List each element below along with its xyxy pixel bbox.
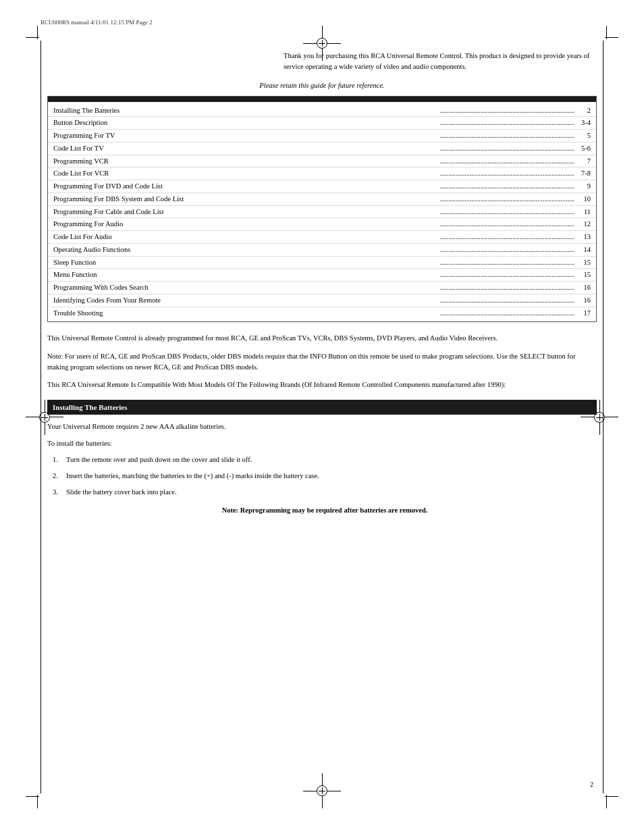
toc-page: 16 (577, 282, 591, 293)
toc-row: Menu Function...........................… (48, 269, 596, 282)
battery-note-text: Note: Reprogramming may be required afte… (222, 506, 428, 514)
toc-dots: ........................................… (314, 269, 577, 280)
toc-page: 5 (577, 130, 591, 141)
toc-row: Programming For TV......................… (48, 130, 596, 142)
toc-title: Button Description (53, 118, 314, 128)
step-number: 3. (53, 487, 63, 498)
toc-page: 5-6 (577, 143, 591, 154)
toc-page: 7 (577, 156, 591, 167)
toc-dots: ........................................… (314, 118, 577, 128)
toc-page: 15 (577, 269, 591, 280)
body-paragraph2: Note: For users of RCA, GE and ProScan D… (47, 351, 597, 373)
toc-dots: ........................................… (314, 143, 577, 154)
toc-title: Trouble Shooting (53, 308, 314, 319)
toc-row: Trouble Shooting........................… (48, 307, 596, 319)
toc-body: Installing The Batteries................… (48, 102, 596, 322)
toc-dots: ........................................… (314, 308, 577, 319)
toc-title: Identifying Codes From Your Remote (53, 295, 314, 306)
battery-section-header: Installing The Batteries (47, 400, 597, 415)
intro-section: Thank you for purchasing this RCA Univer… (284, 51, 597, 72)
toc-row: Code List For Audio.....................… (48, 231, 596, 244)
toc-page: 10 (577, 194, 591, 205)
page-number: 2 (590, 781, 593, 788)
toc-dots: ........................................… (314, 156, 577, 167)
toc-dots: ........................................… (314, 244, 577, 255)
body-paragraph1: This Universal Remote Control is already… (47, 333, 597, 344)
toc-page: 15 (577, 257, 591, 268)
crop-mark (605, 37, 618, 38)
toc-dots: ........................................… (314, 168, 577, 179)
toc-dots: ........................................… (314, 105, 577, 116)
toc-dots: ........................................… (314, 130, 577, 141)
toc-title: Sleep Function (53, 257, 314, 268)
toc-row: Programming For Audio...................… (48, 218, 596, 231)
toc-title: Programming For DVD and Code List (53, 181, 314, 192)
toc-row: Programming With Codes Search...........… (48, 282, 596, 294)
toc-row: Identifying Codes From Your Remote......… (48, 294, 596, 307)
battery-note: Note: Reprogramming may be required afte… (53, 505, 597, 516)
step-text: Turn the remote over and push down on th… (66, 454, 597, 465)
crop-mark (606, 26, 607, 39)
toc-title: Code List For Audio (53, 232, 314, 242)
toc-dots: ........................................… (314, 219, 577, 230)
toc-page: 16 (577, 295, 591, 306)
battery-step: 1.Turn the remote over and push down on … (53, 454, 597, 465)
toc-row: Sleep Function..........................… (48, 257, 596, 269)
page-container: RCU600RS manual 4/11/01 12:15 PM Page 2 … (0, 0, 644, 834)
step-number: 1. (53, 454, 63, 465)
crop-mark (37, 26, 38, 39)
battery-steps: 1.Turn the remote over and push down on … (53, 454, 597, 498)
step-text: Slide the battery cover back into place. (66, 487, 597, 498)
body-paragraph3: This RCA Universal Remote Is Compatible … (47, 380, 597, 390)
retain-text: Please retain this guide for future refe… (47, 82, 597, 89)
toc-page: 11 (577, 207, 591, 217)
crop-mark (605, 796, 618, 797)
toc-title: Programming For Cable and Code List (53, 207, 314, 217)
toc-title: Operating Audio Functions (53, 244, 314, 255)
toc-page: 2 (577, 105, 591, 116)
retain-label: Please retain this guide for future refe… (259, 82, 384, 89)
toc-row: Code List For VCR.......................… (48, 167, 596, 180)
toc-dots: ........................................… (314, 207, 577, 217)
toc-dots: ........................................… (314, 295, 577, 306)
toc-title: Code List For TV (53, 143, 314, 154)
toc-dots: ........................................… (314, 181, 577, 192)
toc-title: Programming For Audio (53, 219, 314, 230)
battery-section-header-label: Installing The Batteries (53, 403, 127, 411)
toc-page: 12 (577, 219, 591, 230)
battery-intro: Your Universal Remote requires 2 new AAA… (47, 421, 597, 432)
intro-paragraph1: Thank you for purchasing this RCA Univer… (284, 51, 597, 72)
toc-dots: ........................................… (314, 257, 577, 268)
toc-title: Menu Function (53, 269, 314, 280)
crop-mark (606, 795, 607, 808)
header-bar: RCU600RS manual 4/11/01 12:15 PM Page 2 (41, 19, 603, 26)
toc-title: Code List For VCR (53, 168, 314, 179)
step-number: 2. (53, 471, 63, 481)
body-section: This Universal Remote Control is already… (47, 333, 597, 390)
toc-row: Button Description......................… (48, 117, 596, 130)
battery-step: 3.Slide the battery cover back into plac… (53, 487, 597, 498)
toc-row: Programming For DVD and Code List.......… (48, 180, 596, 193)
toc-page: 3-4 (577, 118, 591, 128)
toc-dots: ........................................… (314, 194, 577, 205)
toc-page: 7-8 (577, 168, 591, 179)
crop-mark (37, 795, 38, 808)
toc-dots: ........................................… (314, 232, 577, 242)
battery-step: 2.Insert the batteries, matching the bat… (53, 471, 597, 481)
toc-row: Programming VCR.........................… (48, 155, 596, 168)
toc-page: 13 (577, 232, 591, 242)
border-left (41, 41, 41, 793)
toc-title: Installing The Batteries (53, 105, 314, 116)
toc-page: 9 (577, 181, 591, 192)
toc-row: Programming For Cable and Code List.....… (48, 206, 596, 219)
toc-title: Programming With Codes Search (53, 282, 314, 293)
toc-row: Operating Audio Functions...............… (48, 244, 596, 257)
content-area: Thank you for purchasing this RCA Univer… (47, 51, 597, 516)
toc-row: Installing The Batteries................… (48, 105, 596, 118)
step-text: Insert the batteries, matching the batte… (66, 471, 597, 481)
header-text: RCU600RS manual 4/11/01 12:15 PM Page 2 (41, 19, 153, 26)
battery-install-label: To install the batteries: (47, 438, 597, 449)
toc-row: Code List For TV........................… (48, 142, 596, 155)
toc-container: Installing The Batteries................… (47, 96, 597, 323)
toc-page: 14 (577, 244, 591, 255)
